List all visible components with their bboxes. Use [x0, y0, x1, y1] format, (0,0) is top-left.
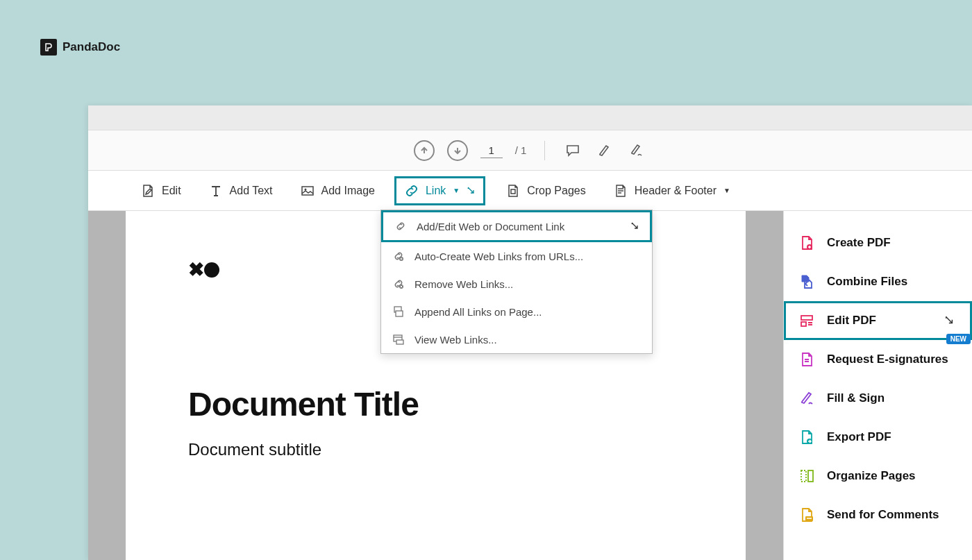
- link-button[interactable]: Link ▼: [394, 176, 485, 205]
- sidebar-label: Organize Pages: [827, 469, 916, 483]
- svg-rect-5: [396, 311, 403, 316]
- menu-auto-create-links[interactable]: Auto-Create Web Links from URLs...: [381, 242, 652, 270]
- link-plus-icon: [391, 248, 406, 264]
- browser-icon: [391, 332, 406, 347]
- svg-rect-7: [396, 340, 403, 344]
- edit-toolbar: Edit Add Text Add Image Link ▼ Crop Page…: [88, 171, 972, 211]
- crop-pages-label: Crop Pages: [527, 185, 586, 197]
- sidebar-create-pdf[interactable]: Create PDF: [784, 223, 972, 262]
- sidebar-label: Edit PDF: [827, 314, 876, 328]
- crop-pages-button[interactable]: Crop Pages: [498, 178, 593, 203]
- menu-label: Append All Links on Page...: [414, 306, 542, 318]
- menu-label: Auto-Create Web Links from URLs...: [414, 251, 583, 262]
- header-footer-button[interactable]: Header & Footer ▼: [605, 178, 737, 203]
- page-up-button[interactable]: [414, 140, 435, 161]
- sidebar-combine-files[interactable]: Combine Files: [784, 262, 972, 301]
- sidebar-label: Send for Comments: [827, 508, 939, 522]
- sidebar-request-signatures[interactable]: Request E-signatures NEW: [784, 340, 972, 379]
- menu-label: Add/Edit Web or Document Link: [417, 221, 564, 232]
- menu-remove-links[interactable]: Remove Web Links...: [381, 270, 652, 298]
- edit-label: Edit: [162, 185, 181, 197]
- sidebar-label: Fill & Sign: [827, 391, 885, 405]
- svg-rect-12: [801, 470, 806, 482]
- sidebar-label: Export PDF: [827, 430, 891, 444]
- page-total: / 1: [515, 144, 527, 156]
- svg-rect-0: [302, 187, 313, 195]
- sidebar-label: Request E-signatures: [827, 353, 948, 366]
- add-text-label: Add Text: [230, 185, 273, 197]
- highlight-icon[interactable]: [595, 141, 614, 160]
- add-text-button[interactable]: Add Text: [201, 178, 280, 203]
- text-icon: [208, 183, 224, 199]
- app-window: / 1 Edit Add Text Add Image Link ▼: [88, 105, 972, 560]
- send-comments-icon: [798, 506, 816, 524]
- add-image-button[interactable]: Add Image: [292, 178, 382, 203]
- header-footer-label: Header & Footer: [635, 185, 717, 197]
- crop-icon: [505, 183, 521, 199]
- link-label: Link: [426, 185, 446, 197]
- svg-rect-9: [801, 316, 812, 320]
- edit-icon: [140, 183, 156, 199]
- create-pdf-icon: [798, 234, 816, 252]
- comment-icon[interactable]: [563, 141, 583, 160]
- add-image-label: Add Image: [321, 185, 375, 197]
- svg-rect-13: [808, 470, 813, 482]
- export-icon: [798, 428, 816, 446]
- menu-append-links[interactable]: Append All Links on Page...: [381, 298, 652, 325]
- brand-logo-block: PandaDoc: [40, 39, 120, 56]
- menu-view-links[interactable]: View Web Links...: [381, 325, 652, 353]
- link-icon: [403, 183, 420, 199]
- sidebar-fill-sign[interactable]: Fill & Sign: [784, 379, 972, 418]
- sidebar-send-comments[interactable]: Send for Comments: [784, 495, 972, 534]
- new-badge: NEW: [946, 334, 971, 344]
- svg-point-1: [304, 188, 306, 190]
- link-remove-icon: [391, 276, 406, 291]
- tools-sidebar: Create PDF Combine Files Edit PDF Reques…: [783, 211, 972, 560]
- link-dropdown: Add/Edit Web or Document Link Auto-Creat…: [380, 210, 653, 354]
- link-icon: [393, 219, 408, 234]
- page-icon: [612, 183, 629, 199]
- image-icon: [299, 183, 316, 199]
- menu-label: View Web Links...: [414, 334, 497, 346]
- brand-name: PandaDoc: [62, 40, 120, 54]
- edit-button[interactable]: Edit: [133, 178, 188, 203]
- cursor-icon: [630, 221, 640, 231]
- signature-icon: [798, 350, 816, 368]
- organize-icon: [798, 467, 816, 485]
- sidebar-export-pdf[interactable]: Export PDF: [784, 418, 972, 457]
- cursor-icon: [944, 315, 955, 326]
- separator: [544, 141, 545, 160]
- sidebar-organize-pages[interactable]: Organize Pages: [784, 457, 972, 495]
- pandadoc-logo-icon: [40, 39, 57, 56]
- sidebar-edit-pdf[interactable]: Edit PDF: [784, 301, 972, 340]
- titlebar: [88, 105, 972, 130]
- page-nav-bar: / 1: [88, 130, 972, 171]
- pages-icon: [391, 304, 406, 319]
- sidebar-label: Combine Files: [827, 275, 907, 289]
- menu-label: Remove Web Links...: [414, 278, 513, 290]
- chevron-down-icon: ▼: [453, 187, 460, 194]
- sidebar-label: Create PDF: [827, 236, 891, 250]
- document-subtitle: Document subtitle: [188, 440, 683, 459]
- edit-pdf-icon: [798, 312, 816, 330]
- page-number-input[interactable]: [480, 143, 503, 158]
- fill-sign-icon: [798, 389, 816, 407]
- chevron-down-icon: ▼: [723, 187, 730, 194]
- combine-icon: [798, 273, 816, 291]
- document-title: Document Title: [188, 385, 683, 423]
- page-down-button[interactable]: [447, 140, 468, 161]
- svg-rect-10: [801, 322, 806, 326]
- sign-icon[interactable]: [627, 141, 646, 160]
- menu-add-edit-link[interactable]: Add/Edit Web or Document Link: [381, 210, 652, 242]
